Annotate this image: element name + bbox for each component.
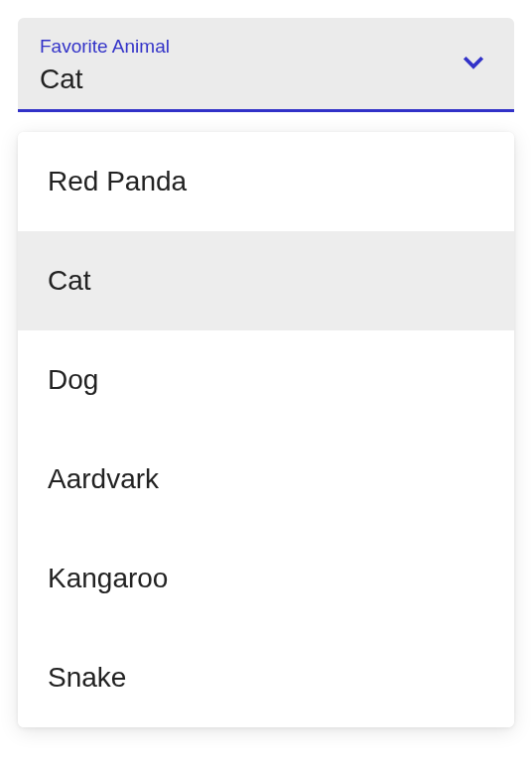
option-label: Dog <box>48 364 98 395</box>
select-container: Favorite Animal Cat Red Panda Cat Dog Aa… <box>18 18 514 727</box>
option-label: Kangaroo <box>48 563 168 593</box>
dropdown-option-aardvark[interactable]: Aardvark <box>18 430 514 529</box>
select-label: Favorite Animal <box>40 36 492 58</box>
chevron-down-icon <box>459 47 488 80</box>
select-value: Cat <box>40 64 492 95</box>
dropdown-option-dog[interactable]: Dog <box>18 330 514 430</box>
dropdown-option-red-panda[interactable]: Red Panda <box>18 132 514 231</box>
favorite-animal-select[interactable]: Favorite Animal Cat <box>18 18 514 112</box>
option-label: Snake <box>48 662 126 693</box>
option-label: Red Panda <box>48 166 187 196</box>
dropdown-option-snake[interactable]: Snake <box>18 628 514 727</box>
option-label: Aardvark <box>48 463 159 494</box>
option-label: Cat <box>48 265 91 296</box>
dropdown-option-cat[interactable]: Cat <box>18 231 514 330</box>
dropdown-option-kangaroo[interactable]: Kangaroo <box>18 529 514 628</box>
dropdown-list: Red Panda Cat Dog Aardvark Kangaroo Snak… <box>18 132 514 727</box>
